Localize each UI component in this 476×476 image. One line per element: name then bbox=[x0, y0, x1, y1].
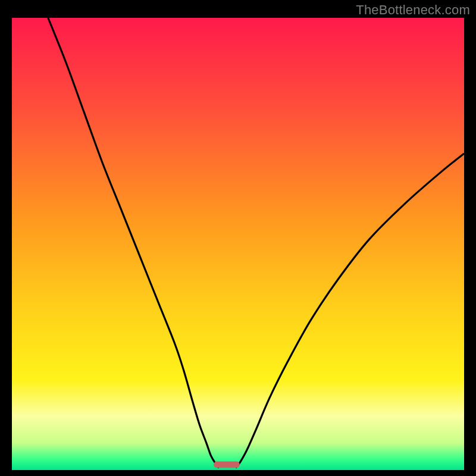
gradient-background bbox=[12, 18, 464, 470]
chart-frame bbox=[12, 18, 464, 470]
bottleneck-plot bbox=[12, 18, 464, 470]
minimum-marker bbox=[214, 462, 239, 468]
watermark-text: TheBottleneck.com bbox=[356, 2, 470, 18]
